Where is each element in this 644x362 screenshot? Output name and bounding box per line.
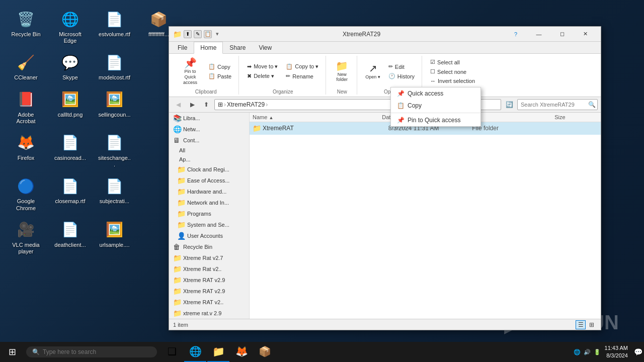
select-none-button[interactable]: ☐ Select none — [427, 67, 478, 76]
header-name[interactable]: Name ▲ — [253, 114, 382, 120]
paste-button[interactable]: 📋 Paste — [205, 72, 234, 80]
sidebar-item-libraries[interactable]: 📚 Libra... — [169, 113, 249, 124]
sidebar-xrat27-label: Xtreme Rat v2.7 — [183, 255, 223, 261]
explorer-window: 📁 ⬆ ✎ 📋 ▾ XtremeRAT29 ? — ◻ ✕ File Home … — [169, 26, 601, 330]
sidebar-item-all[interactable]: All — [169, 146, 249, 155]
search-input[interactable] — [521, 102, 586, 108]
sidebar-item-xrat27[interactable]: 📁 Xtreme Rat v2.7 — [169, 252, 249, 263]
nav-back-button[interactable]: ◀ — [172, 99, 184, 110]
taskbar-search-input[interactable] — [43, 348, 143, 355]
desktop-icon-ccleaner[interactable]: 🧹 CCleaner — [7, 50, 45, 83]
sidebar-item-system[interactable]: 📁 System and Se... — [169, 219, 249, 230]
qat-properties-button[interactable]: 📋 — [204, 30, 212, 38]
tab-share[interactable]: Share — [223, 42, 252, 53]
open-button[interactable]: ↗ Open ▾ — [362, 61, 383, 81]
select-none-icon: ☐ — [430, 68, 435, 75]
minimize-button[interactable]: — — [527, 27, 550, 42]
qat-edit-button[interactable]: ✎ — [194, 30, 202, 38]
sidebar-item-hardware[interactable]: 📁 Hardware and... — [169, 186, 249, 197]
tab-file[interactable]: File — [171, 42, 194, 53]
desktop-icon-sellingcoun[interactable]: 🖼️ sellingcoun... — [96, 87, 133, 127]
desktop-icon-firefox[interactable]: 🦊 Firefox — [7, 131, 45, 170]
desktop-icon-skype[interactable]: 💬 Skype — [51, 50, 89, 83]
sidebar-item-network2[interactable]: 📁 Network and In... — [169, 197, 249, 208]
tab-home[interactable]: Home — [194, 42, 223, 54]
header-type[interactable]: Type — [468, 114, 555, 120]
new-group: 📁 Newfolder New — [327, 56, 357, 95]
desktop-icon-modelcost[interactable]: 📄 modelcost.rtf — [96, 50, 133, 83]
desktop-icon-urlsample[interactable]: 🖼️ urlsample.... — [96, 218, 133, 257]
select-all-button[interactable]: ☑ Select all — [427, 58, 478, 66]
move-to-button[interactable]: ➡ Move to ▾ — [244, 62, 281, 71]
breadcrumb-xtremeRAT29[interactable]: XtremeRAT29 — [227, 101, 265, 108]
sidebar-item-programs[interactable]: 📁 Programs — [169, 208, 249, 219]
maximize-button[interactable]: ◻ — [550, 27, 574, 42]
sidebar-item-xratv29[interactable]: 📁 xtreme rat.v 2.9 — [169, 308, 249, 319]
sidebar-item-ease-access[interactable]: 📁 Ease of Access... — [169, 175, 249, 186]
qat-undo-button[interactable]: ⬆ — [184, 30, 192, 38]
sidebar-item-xrat29b[interactable]: 📁 Xtreme RAT v2.9 — [169, 286, 249, 297]
taskbar-search[interactable]: 🔍 — [26, 346, 157, 357]
taskbar-edge[interactable]: 🌐 — [184, 342, 206, 362]
edit-button[interactable]: ✏ Edit — [385, 62, 418, 71]
nav-forward-button[interactable]: ▶ — [186, 99, 198, 110]
taskbar-file-explorer[interactable]: 📁 — [207, 342, 229, 362]
desktop-icon-deathclient[interactable]: 📄 deathclient... — [51, 218, 89, 257]
control-panel-icon: 🖥 — [173, 136, 181, 144]
desktop-icon-closemap[interactable]: 📄 closemap.rtf — [51, 174, 89, 213]
sidebar-item-xrat2y[interactable]: 📁 Xtreme RAT v2.. — [169, 297, 249, 308]
history-button[interactable]: 🕐 History — [385, 72, 418, 80]
notification-button[interactable]: 💬 — [632, 342, 644, 362]
sidebar-item-xrat2x[interactable]: 📁 Xtreme Rat v2.. — [169, 263, 249, 275]
close-button[interactable]: ✕ — [574, 27, 597, 42]
desktop-icon-vlc[interactable]: 🎥 VLC media player — [7, 218, 45, 257]
desktop-icon-siteschange[interactable]: 📄 siteschange... — [96, 131, 133, 170]
desktop: 🗑️ Recycle Bin 🌐 Microsoft Edge 📄 estvol… — [0, 0, 644, 362]
new-folder-button[interactable]: 📁 Newfolder — [332, 59, 352, 84]
rename-button[interactable]: ✏ Rename — [283, 72, 321, 80]
desktop-icon-casinoread[interactable]: 📄 casinoread... — [51, 131, 89, 170]
taskbar-firefox[interactable]: 🦊 — [230, 342, 253, 362]
desktop-icon-subjectrati[interactable]: 📄 subjectrati... — [96, 174, 133, 213]
help-button[interactable]: ? — [504, 27, 527, 42]
desktop-icon-recycle-bin[interactable]: 🗑️ Recycle Bin — [7, 7, 45, 46]
sidebar-item-app[interactable]: Ap... — [169, 155, 249, 164]
copy-button[interactable]: 📋 Copy — [205, 62, 234, 71]
tab-view[interactable]: View — [252, 42, 278, 53]
ctx-pin-quick[interactable]: 📌 Pin to Quick access — [391, 114, 480, 126]
invert-selection-button[interactable]: ↔ Invert selection — [427, 77, 478, 85]
desktop-icon-estvolume[interactable]: 📄 estvolume.rtf — [96, 7, 133, 46]
pin-quick-label: Pin to Quickaccess — [180, 69, 200, 85]
open-label: Open ▾ — [365, 74, 380, 79]
system-icon: 📁 — [177, 221, 185, 229]
sidebar-item-clock[interactable]: 📁 Clock and Regi... — [169, 164, 249, 175]
sidebar-item-recycle-bin[interactable]: 🗑 Recycle Bin — [169, 241, 249, 252]
header-size[interactable]: Size — [554, 114, 598, 120]
modelcost-icon: 📄 — [105, 52, 125, 72]
nav-up-button[interactable]: ⬆ — [200, 99, 212, 110]
desktop-icon-callltd[interactable]: 🖼️ callltd.png — [51, 87, 89, 127]
refresh-button[interactable]: 🔄 — [503, 99, 515, 110]
taskbar-clock[interactable]: 11:43 AM 8/3/2024 — [605, 344, 632, 360]
start-icon: ⊞ — [9, 346, 16, 357]
ctx-copy[interactable]: 📋 Copy — [391, 100, 480, 112]
details-view-button[interactable]: ☰ — [576, 320, 586, 329]
sidebar-item-user-accounts[interactable]: 👤 User Accounts — [169, 230, 249, 241]
ctx-quick-access[interactable]: 📌 Quick access — [391, 87, 480, 100]
large-icon-view-button[interactable]: ⊞ — [587, 320, 597, 329]
title-bar: 📁 ⬆ ✎ 📋 ▾ XtremeRAT29 ? — ◻ ✕ — [169, 27, 601, 42]
rename-label: Rename — [292, 73, 313, 79]
taskbar-task-view[interactable]: ❑ — [161, 342, 183, 362]
desktop-icon-edge[interactable]: 🌐 Microsoft Edge — [51, 7, 89, 46]
taskbar-winrar[interactable]: 📦 — [254, 342, 276, 362]
sidebar-item-control-panel[interactable]: 🖥 Cont... — [169, 135, 249, 146]
sidebar-item-xrat29a[interactable]: 📁 Xtreme RAT v2.9 — [169, 275, 249, 286]
desktop-icon-chrome[interactable]: 🔵 Google Chrome — [7, 174, 45, 213]
sidebar-item-network[interactable]: 🌐 Netw... — [169, 124, 249, 135]
start-button[interactable]: ⊞ — [0, 342, 24, 362]
copy-to-button[interactable]: 📋 Copy to ▾ — [283, 62, 321, 71]
delete-button[interactable]: ✖ Delete ▾ — [244, 72, 281, 80]
desktop-icon-adobe[interactable]: 📕 Adobe Acrobat — [7, 87, 45, 127]
taskbar-tray: 🌐 🔊 🔋 — [570, 349, 605, 355]
pin-quick-access-button[interactable]: 📌 Pin to Quickaccess — [177, 56, 203, 87]
